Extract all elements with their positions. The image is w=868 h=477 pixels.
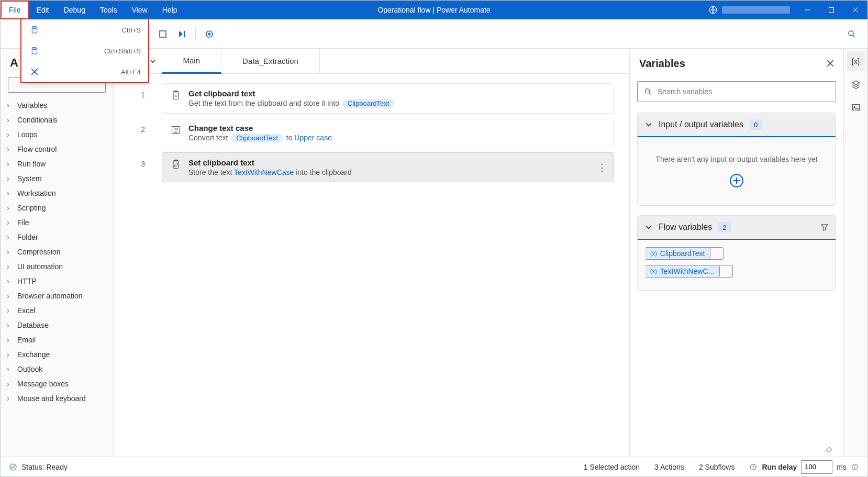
sidebar-category[interactable]: ›Browser automation bbox=[1, 289, 113, 303]
status-selected: 1 Selected action bbox=[584, 463, 640, 471]
step-icon bbox=[177, 30, 186, 38]
step-card[interactable]: AbcdefChange text caseConvert text Clipb… bbox=[162, 118, 614, 148]
actions-sidebar: A ›Variables›Conditionals›Loops›Flow con… bbox=[1, 49, 114, 457]
sidebar-category[interactable]: ›Email bbox=[1, 332, 113, 347]
chevron-right-icon: › bbox=[7, 306, 14, 315]
sidebar-category-label: Message boxes bbox=[17, 380, 69, 388]
sidebar-category[interactable]: ›Conditionals bbox=[1, 113, 113, 127]
sidebar-category[interactable]: ›Workstation bbox=[1, 186, 113, 201]
sidebar-category[interactable]: ›Variables bbox=[1, 98, 113, 113]
sidebar-category[interactable]: ›Folder bbox=[1, 230, 113, 245]
sidebar-category-label: Email bbox=[17, 336, 36, 344]
window-minimize-button[interactable] bbox=[795, 1, 819, 19]
svg-rect-2 bbox=[829, 8, 834, 13]
sidebar-category[interactable]: ›Database bbox=[1, 318, 113, 332]
search-actions-button[interactable] bbox=[842, 25, 861, 43]
close-variables-button[interactable] bbox=[827, 60, 834, 67]
filter-button[interactable] bbox=[821, 224, 828, 231]
sidebar-category[interactable]: ›UI automation bbox=[1, 259, 113, 274]
rail-layers-button[interactable] bbox=[847, 75, 865, 94]
run-delay-input[interactable] bbox=[801, 460, 832, 474]
tab-data-extraction[interactable]: Data_Extraction bbox=[221, 49, 320, 73]
window-title: Operational flow | Power Automate bbox=[377, 6, 490, 14]
svg-point-25 bbox=[646, 89, 650, 93]
sidebar-category[interactable]: ›Excel bbox=[1, 303, 113, 318]
sidebar-category-label: Variables bbox=[17, 101, 47, 109]
sidebar-category[interactable]: ›Flow control bbox=[1, 142, 113, 157]
file-menu-exit[interactable]: Exit Alt+F4 bbox=[21, 61, 148, 82]
value-link[interactable]: TextWithNewCase bbox=[234, 168, 294, 176]
sidebar-category[interactable]: ›Outlook bbox=[1, 362, 113, 376]
plus-icon bbox=[733, 177, 740, 184]
step-description: Get the text from the clipboard and stor… bbox=[188, 99, 605, 108]
file-menu-exit-label: Exit bbox=[46, 68, 121, 76]
step-description: Store the text TextWithNewCase into the … bbox=[188, 168, 605, 176]
status-ready: Status: Ready bbox=[21, 463, 68, 471]
step-more-button[interactable]: ⋮ bbox=[597, 163, 607, 172]
flow-variable-row[interactable]: (x) TextWithNewC... bbox=[645, 265, 733, 278]
value-link[interactable]: Upper case bbox=[294, 134, 332, 142]
rail-images-button[interactable] bbox=[847, 98, 865, 117]
svg-line-26 bbox=[649, 93, 651, 94]
chevron-right-icon: › bbox=[7, 204, 14, 212]
run-next-button[interactable] bbox=[172, 25, 191, 43]
variable-chip[interactable]: (x) ClipboardText bbox=[645, 248, 710, 259]
chevron-right-icon: › bbox=[7, 145, 14, 153]
sidebar-category[interactable]: ›Exchange bbox=[1, 347, 113, 362]
sidebar-category[interactable]: ›Run flow bbox=[1, 157, 113, 171]
status-bar: Status: Ready 1 Selected action 3 Action… bbox=[1, 457, 867, 476]
sidebar-category-label: Folder bbox=[17, 233, 38, 241]
sidebar-category[interactable]: ›System bbox=[1, 171, 113, 186]
sidebar-category[interactable]: ›Loops bbox=[1, 127, 113, 142]
search-icon bbox=[644, 87, 652, 96]
info-icon bbox=[851, 463, 859, 471]
clear-variables-button[interactable] bbox=[630, 441, 843, 457]
flow-variable-row[interactable]: (x) ClipboardText bbox=[645, 247, 724, 260]
step-title: Get clipboard text bbox=[188, 89, 605, 98]
menu-tools[interactable]: Tools bbox=[93, 1, 125, 19]
sidebar-category[interactable]: ›Compression bbox=[1, 245, 113, 259]
variables-search-input[interactable] bbox=[658, 87, 829, 96]
flow-variables-toggle[interactable]: Flow variables 2 bbox=[638, 216, 836, 240]
window-maximize-button[interactable] bbox=[819, 1, 843, 19]
tab-main[interactable]: Main bbox=[162, 49, 222, 74]
window-close-button[interactable] bbox=[843, 1, 867, 19]
file-menu-save-as[interactable]: Save as ... Ctrl+Shift+S bbox=[21, 40, 148, 61]
sidebar-category[interactable]: ›HTTP bbox=[1, 274, 113, 289]
sidebar-category[interactable]: ›Message boxes bbox=[1, 376, 113, 391]
globe-icon bbox=[708, 5, 718, 15]
stop-button[interactable] bbox=[153, 25, 172, 43]
record-icon bbox=[205, 30, 214, 38]
recorder-button[interactable] bbox=[200, 25, 219, 43]
sidebar-category[interactable]: ›File bbox=[1, 215, 113, 230]
step-title: Set clipboard text bbox=[188, 158, 605, 167]
io-variables-toggle[interactable]: Input / output variables 0 bbox=[638, 113, 836, 137]
variable-token[interactable]: ClipboardText bbox=[342, 99, 395, 108]
file-menu-save[interactable]: Save Ctrl+S bbox=[21, 19, 148, 40]
file-menu-save-as-label: Save as ... bbox=[46, 47, 104, 55]
variables-search[interactable] bbox=[637, 81, 836, 102]
menu-help[interactable]: Help bbox=[155, 1, 185, 19]
add-io-variable-button[interactable] bbox=[730, 174, 743, 187]
step-icon: A bbox=[171, 90, 181, 101]
io-variables-empty-text: There aren't any input or output variabl… bbox=[645, 145, 828, 169]
chevron-right-icon: › bbox=[7, 394, 14, 403]
sidebar-category-label: Database bbox=[17, 321, 49, 329]
sidebar-category[interactable]: ›Mouse and keyboard bbox=[1, 391, 113, 406]
sidebar-category-label: System bbox=[17, 174, 42, 183]
io-variables-title: Input / output variables bbox=[659, 120, 743, 129]
variable-token[interactable]: ClipboardText bbox=[231, 134, 283, 142]
step-card[interactable]: AGet clipboard textGet the text from the… bbox=[162, 83, 614, 114]
rail-variables-button[interactable]: {x} bbox=[847, 52, 865, 71]
menu-debug[interactable]: Debug bbox=[57, 1, 93, 19]
clock-icon bbox=[749, 463, 758, 471]
chevron-right-icon: › bbox=[7, 116, 14, 124]
step-card[interactable]: Set clipboard textStore the text TextWit… bbox=[162, 152, 614, 182]
menu-edit[interactable]: Edit bbox=[29, 1, 57, 19]
menu-view[interactable]: View bbox=[125, 1, 155, 19]
menu-file[interactable]: File bbox=[1, 1, 29, 19]
svg-rect-9 bbox=[160, 31, 166, 37]
sidebar-category[interactable]: ›Scripting bbox=[1, 201, 113, 215]
environment-indicator[interactable] bbox=[703, 1, 795, 19]
variable-chip[interactable]: (x) TextWithNewC... bbox=[645, 265, 720, 277]
